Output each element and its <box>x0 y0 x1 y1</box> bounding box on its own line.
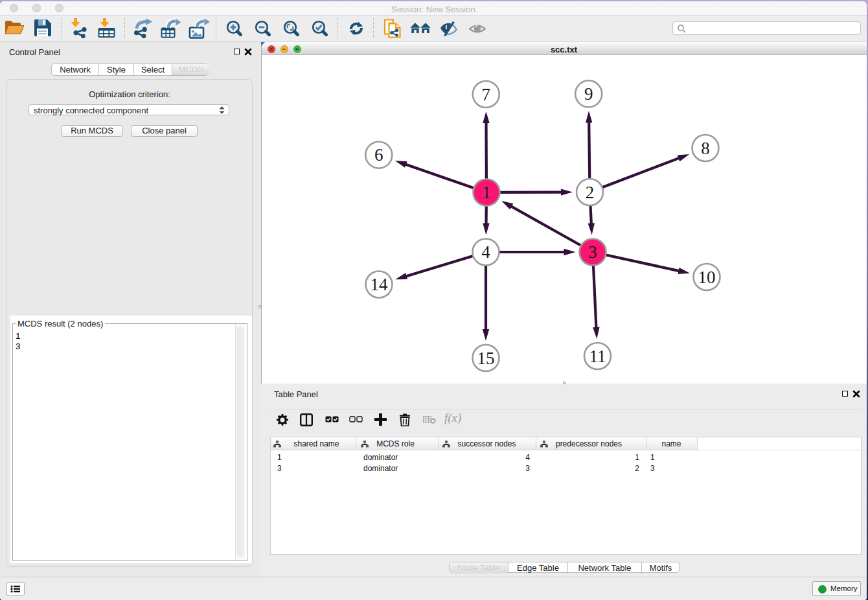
svg-text:15: 15 <box>477 349 495 368</box>
svg-text:4: 4 <box>481 242 490 262</box>
svg-text:8: 8 <box>701 139 710 158</box>
svg-text:3: 3 <box>588 242 597 262</box>
svg-text:7: 7 <box>482 85 491 104</box>
svg-text:1: 1 <box>482 183 491 202</box>
svg-text:10: 10 <box>698 268 716 287</box>
svg-text:14: 14 <box>371 275 389 294</box>
svg-text:2: 2 <box>586 183 595 202</box>
svg-text:6: 6 <box>374 145 383 165</box>
svg-text:11: 11 <box>589 347 606 366</box>
svg-text:9: 9 <box>584 84 593 104</box>
